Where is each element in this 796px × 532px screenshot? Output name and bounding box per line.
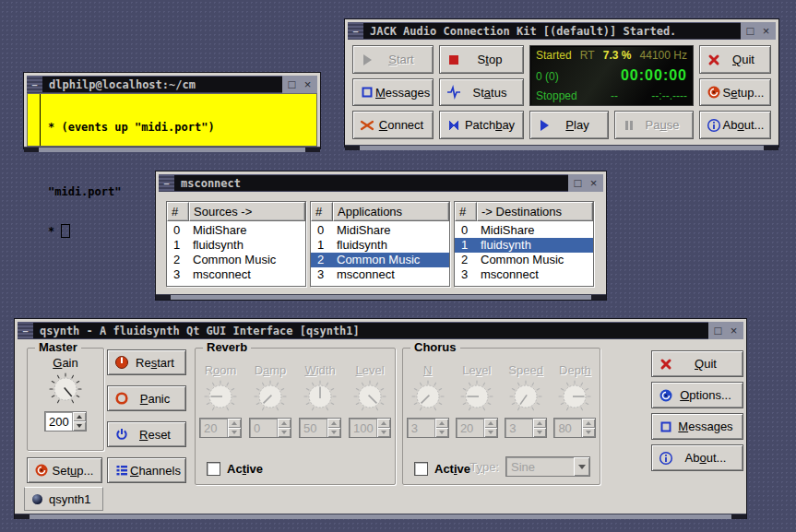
maximize-icon[interactable]: □ (570, 175, 586, 191)
gain-spinbox[interactable]: 200 (44, 411, 87, 432)
chorus-n-knob (409, 378, 447, 415)
list-item[interactable]: 1fluidsynth (167, 238, 305, 253)
column-header-index: # (167, 202, 189, 221)
chorus-depth-spinbox: 80 (553, 418, 596, 438)
chevron-down-icon (574, 457, 589, 476)
about-button[interactable]: About... (699, 111, 771, 139)
patchbay-button[interactable]: Patchbay (439, 111, 524, 139)
spin-up-icon[interactable] (73, 412, 86, 421)
minimize-icon[interactable]: – (348, 22, 363, 40)
list-item[interactable]: 3msconnect (167, 267, 305, 282)
sample-rate: 44100 Hz (640, 49, 687, 62)
spin-down-icon[interactable] (73, 421, 86, 431)
qsynth-messages-button[interactable]: Messages (651, 413, 743, 440)
chorus-group-label: Chorus (410, 340, 460, 354)
minimize-icon[interactable]: – (159, 174, 174, 192)
terminal-cursor (61, 224, 70, 238)
jack-body: Start Stop Started RT 7.3 % 44100 Hz 0 (… (348, 40, 776, 145)
column-header-applications: Applications (333, 202, 449, 221)
window-resize-bar[interactable] (15, 514, 746, 519)
stop-button[interactable]: Stop (439, 45, 524, 74)
close-icon[interactable]: × (586, 175, 601, 191)
maximize-icon[interactable]: □ (743, 23, 758, 39)
chorus-speed-knob (506, 378, 545, 415)
qsynth-about-button[interactable]: About... (651, 444, 743, 471)
room-spinbox: 20 (199, 418, 242, 438)
master-group-label: Master (35, 340, 81, 354)
channels-icon (113, 463, 130, 478)
list-item-selected[interactable]: 1fluidsynth (455, 238, 593, 253)
chorus-n-label: N (423, 363, 432, 377)
terminal-line: * (events up "midi.port") (48, 121, 315, 134)
chorus-level-knob (457, 378, 496, 415)
panic-button[interactable]: Panic (107, 385, 186, 411)
list-item[interactable]: 3msconnect (455, 267, 593, 282)
play-button[interactable]: Play (529, 111, 609, 139)
terminal-titlebar[interactable]: – dlphilp@localhost:~/cm □ × (27, 76, 317, 93)
list-item[interactable]: 0MidiShare (167, 223, 305, 238)
rt-label: RT (580, 49, 595, 62)
start-icon (359, 53, 375, 67)
list-item[interactable]: 0MidiShare (455, 223, 593, 238)
list-item[interactable]: 2Common Music (167, 253, 305, 267)
quit-button[interactable]: Quit (699, 45, 771, 74)
messages-button[interactable]: Messages (352, 78, 434, 106)
server-state: Started (536, 49, 572, 62)
close-icon[interactable]: × (726, 323, 742, 338)
minimize-icon[interactable]: – (18, 322, 33, 339)
list-item[interactable]: 1fluidsynth (311, 238, 449, 253)
list-item[interactable]: 0MidiShare (311, 223, 449, 238)
maximize-icon[interactable]: □ (710, 323, 726, 338)
qsynth-window: – qsynth - A fluidsynth Qt GUI Interface… (14, 318, 747, 519)
minimize-icon[interactable]: – (27, 76, 42, 93)
applications-list[interactable]: # Applications 0MidiShare 1fluidsynth 2C… (310, 201, 450, 287)
options-button[interactable]: Options... (651, 382, 743, 408)
list-item-selected[interactable]: 2Common Music (311, 253, 449, 267)
width-knob (301, 378, 339, 415)
about-icon (706, 118, 722, 133)
tab-qsynth1[interactable]: qsynth1 (24, 487, 103, 511)
window-resize-bar[interactable] (345, 145, 778, 150)
chorus-type-combobox: Sine (505, 456, 590, 477)
reverb-level-knob (350, 378, 389, 415)
engine-sphere-icon (32, 494, 42, 504)
setup-button[interactable]: Setup... (699, 78, 771, 106)
qsynth-setup-button[interactable]: Setup... (27, 457, 102, 483)
status-button[interactable]: Status (439, 78, 524, 106)
close-icon[interactable]: × (758, 23, 774, 39)
qsynth-titlebar[interactable]: – qsynth - A fluidsynth Qt GUI Interface… (18, 322, 743, 339)
restart-button[interactable]: Restart (107, 349, 186, 375)
terminal-output[interactable]: * (events up "midi.port") "midi.port" * (27, 93, 317, 147)
maximize-icon[interactable]: □ (284, 77, 300, 92)
about-icon (658, 451, 674, 466)
qsynth-quit-button[interactable]: Quit (651, 350, 743, 377)
chorus-depth-label: Depth (559, 363, 591, 377)
destinations-list[interactable]: # -> Destinations 0MidiShare 1fluidsynth… (454, 201, 594, 287)
close-icon[interactable]: × (300, 77, 315, 92)
reset-button[interactable]: Reset (107, 421, 186, 447)
connect-button[interactable]: Connect (352, 111, 434, 139)
setup-icon (33, 463, 50, 478)
channels-button[interactable]: Channels (107, 457, 186, 483)
chorus-group: Chorus N 3 Level 20 Speed 3 (402, 348, 600, 485)
terminal-scrollbar[interactable] (28, 94, 41, 146)
column-header-destinations: -> Destinations (477, 202, 593, 221)
setup-icon (706, 85, 722, 100)
connect-icon (359, 118, 375, 133)
msconnect-titlebar[interactable]: – msconnect □ × (159, 174, 603, 192)
reverb-active-checkbox[interactable] (207, 462, 220, 476)
gain-knob[interactable] (46, 371, 85, 408)
jack-titlebar[interactable]: – JACK Audio Connection Kit [(default)] … (348, 22, 776, 40)
damp-label: Damp (255, 363, 287, 377)
sources-list[interactable]: # Sources -> 0MidiShare 1fluidsynth 2Com… (166, 201, 306, 287)
window-resize-bar[interactable] (156, 294, 606, 300)
msconnect-window: – msconnect □ × # Sources -> 0MidiShare … (155, 171, 607, 301)
reverb-group-label: Reverb (203, 340, 251, 354)
list-item[interactable]: 3msconnect (311, 267, 449, 282)
chorus-n-spinbox: 3 (407, 418, 449, 438)
list-item[interactable]: 2Common Music (455, 253, 593, 267)
chorus-active-checkbox[interactable] (414, 462, 428, 476)
transport-bbt: -- (611, 89, 618, 102)
desktop: { "chrome": { "minimize_glyph": "–", "ma… (0, 0, 796, 532)
width-spinbox: 50 (299, 418, 341, 438)
